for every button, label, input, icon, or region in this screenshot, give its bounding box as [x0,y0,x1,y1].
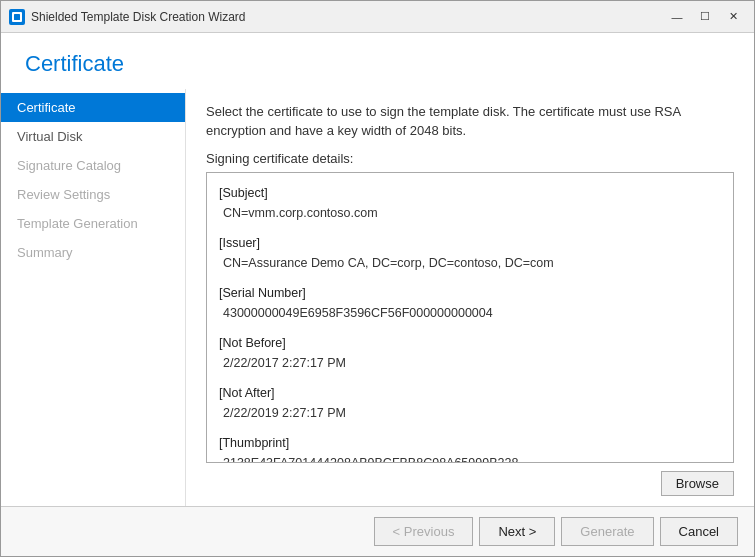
cert-section: [Not Before] 2/22/2017 2:27:17 PM [219,333,721,373]
sidebar: CertificateVirtual DiskSignature Catalog… [1,89,186,506]
window-controls: — ☐ ✕ [664,7,746,27]
cert-key: [Thumbprint] [219,433,721,453]
next-button[interactable]: Next > [479,517,555,546]
content-area: Certificate CertificateVirtual DiskSigna… [1,33,754,506]
cert-value: 43000000049E6958F3596CF56F000000000004 [219,303,721,323]
sidebar-item-signature-catalog: Signature Catalog [1,151,185,180]
cert-section: [Subject] CN=vmm.corp.contoso.com [219,183,721,223]
maximize-button[interactable]: ☐ [692,7,718,27]
sidebar-item-review-settings: Review Settings [1,180,185,209]
signing-label: Signing certificate details: [206,151,734,166]
cert-section: [Thumbprint] 2138E43FA701444208AB9BCFBB8… [219,433,721,463]
cert-section: [Issuer] CN=Assurance Demo CA, DC=corp, … [219,233,721,273]
description-text: Select the certificate to use to sign th… [206,103,734,141]
title-bar: Shielded Template Disk Creation Wizard —… [1,1,754,33]
cert-key: [Issuer] [219,233,721,253]
sidebar-item-certificate[interactable]: Certificate [1,93,185,122]
cert-key: [Serial Number] [219,283,721,303]
cert-value: 2/22/2017 2:27:17 PM [219,353,721,373]
cert-key: [Not Before] [219,333,721,353]
cert-key: [Subject] [219,183,721,203]
generate-button[interactable]: Generate [561,517,653,546]
certificate-details-box: [Subject] CN=vmm.corp.contoso.com[Issuer… [206,172,734,463]
main-content: CertificateVirtual DiskSignature Catalog… [1,89,754,506]
cert-value: CN=vmm.corp.contoso.com [219,203,721,223]
cert-key: [Not After] [219,383,721,403]
right-panel: Select the certificate to use to sign th… [186,89,754,506]
cert-value: 2/22/2019 2:27:17 PM [219,403,721,423]
previous-button[interactable]: < Previous [374,517,474,546]
window-title: Shielded Template Disk Creation Wizard [31,10,658,24]
cert-value: CN=Assurance Demo CA, DC=corp, DC=contos… [219,253,721,273]
svg-rect-1 [14,14,20,20]
main-window: Shielded Template Disk Creation Wizard —… [0,0,755,557]
cert-value: 2138E43FA701444208AB9BCFBB8C98A65999B228 [219,453,721,463]
page-title: Certificate [1,33,754,89]
browse-row: Browse [206,471,734,496]
minimize-button[interactable]: — [664,7,690,27]
sidebar-item-template-generation: Template Generation [1,209,185,238]
close-button[interactable]: ✕ [720,7,746,27]
app-icon [9,9,25,25]
footer: < Previous Next > Generate Cancel [1,506,754,556]
cancel-button[interactable]: Cancel [660,517,738,546]
sidebar-item-summary: Summary [1,238,185,267]
cert-section: [Not After] 2/22/2019 2:27:17 PM [219,383,721,423]
sidebar-item-virtual-disk[interactable]: Virtual Disk [1,122,185,151]
cert-section: [Serial Number] 43000000049E6958F3596CF5… [219,283,721,323]
browse-button[interactable]: Browse [661,471,734,496]
